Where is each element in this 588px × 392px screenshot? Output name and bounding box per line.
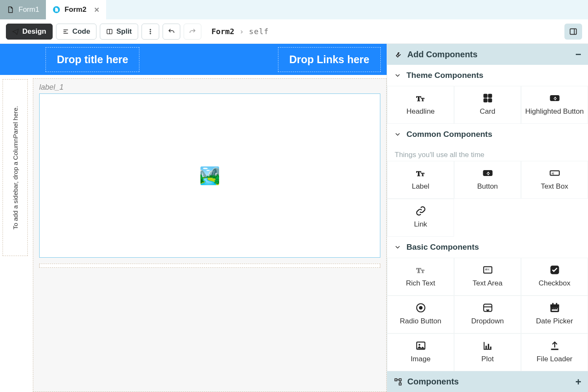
image-placeholder-icon: 🏞️: [199, 166, 220, 186]
chevron-down-icon: [394, 243, 401, 251]
comp-label-text: Plot: [481, 355, 494, 363]
tab-form2[interactable]: Form2 ✕: [46, 0, 106, 19]
theme-section-header[interactable]: Theme Components: [387, 65, 588, 86]
svg-rect-41: [395, 379, 397, 381]
components-tree-label: Components: [407, 377, 459, 387]
design-label: Design: [22, 27, 46, 36]
comp-checkbox[interactable]: Checkbox: [521, 258, 588, 296]
kebab-icon: [147, 28, 154, 35]
comp-label: Card: [480, 107, 495, 116]
svg-rect-34: [553, 308, 555, 309]
svg-text:T: T: [416, 267, 421, 275]
svg-point-17: [487, 173, 489, 175]
panel-icon: [569, 27, 577, 36]
add-components-label: Add Components: [407, 50, 478, 59]
upload-icon: [549, 340, 560, 351]
comp-label-text: Radio Button: [400, 317, 441, 325]
theme-grid: TT Headline Card Highlighted Button: [387, 86, 588, 124]
toggle-panel-button[interactable]: [564, 24, 582, 40]
row-dropzone[interactable]: [39, 264, 380, 268]
drop-links-zone[interactable]: Drop Links here: [278, 47, 381, 72]
svg-point-37: [418, 344, 420, 346]
textbox-icon: a|: [549, 168, 560, 179]
comp-label-text: Text Area: [473, 279, 502, 288]
components-scroll[interactable]: Theme Components TT Headline Card Highli…: [387, 65, 588, 371]
document-icon: [7, 6, 14, 13]
close-icon[interactable]: ✕: [94, 6, 99, 14]
svg-text:T: T: [421, 172, 425, 177]
svg-rect-39: [488, 344, 489, 349]
radio-icon: [415, 302, 426, 313]
headline-icon: TT: [415, 93, 426, 104]
svg-point-26: [419, 306, 422, 310]
code-button[interactable]: Code: [56, 24, 97, 40]
add-components-header[interactable]: Add Components −: [387, 44, 588, 65]
undo-button[interactable]: [163, 24, 180, 40]
common-section-label: Common Components: [406, 130, 492, 139]
svg-rect-10: [484, 99, 487, 102]
tab-form1[interactable]: Form1: [0, 0, 46, 19]
comp-richtext[interactable]: TT Rich Text: [387, 258, 454, 296]
common-section-header[interactable]: Common Components: [387, 124, 588, 145]
svg-rect-5: [570, 29, 577, 34]
comp-label[interactable]: TT Label: [387, 161, 454, 199]
label-icon: TT: [415, 168, 426, 179]
breadcrumb-self[interactable]: self: [249, 27, 269, 36]
tab-bar: Form1 Form2 ✕: [0, 0, 588, 19]
comp-label-text: Checkbox: [539, 279, 571, 288]
comp-button[interactable]: Button: [454, 161, 521, 199]
comp-highlighted-button[interactable]: Highlighted Button: [521, 86, 588, 124]
comp-label-text: Text Box: [541, 182, 568, 191]
comp-textbox[interactable]: a| Text Box: [521, 161, 588, 199]
breadcrumb-form[interactable]: Form2: [211, 27, 234, 36]
components-tree-header[interactable]: Components +: [387, 371, 588, 392]
undo-icon: [168, 28, 175, 35]
theme-section-label: Theme Components: [406, 71, 484, 80]
basic-section-header[interactable]: Basic Components: [387, 237, 588, 258]
svg-point-2: [150, 29, 151, 30]
comp-card[interactable]: Card: [454, 86, 521, 124]
svg-rect-9: [488, 94, 492, 98]
main-area: Drop title here Drop Links here To add a…: [0, 44, 588, 392]
svg-text:a|: a|: [551, 171, 554, 175]
svg-text:T: T: [421, 97, 425, 102]
image-component[interactable]: 🏞️: [39, 93, 380, 258]
comp-image[interactable]: Image: [387, 333, 454, 371]
comp-datepicker[interactable]: Date Picker: [521, 296, 588, 333]
comp-headline[interactable]: TT Headline: [387, 86, 454, 124]
label-component[interactable]: label_1: [33, 79, 386, 93]
comp-dropdown[interactable]: Dropdown: [454, 296, 521, 333]
wrench-icon: [394, 50, 402, 59]
tab-label: Form2: [64, 5, 86, 14]
svg-rect-38: [485, 346, 486, 349]
svg-text:T: T: [421, 269, 425, 274]
richtext-icon: TT: [415, 264, 426, 275]
svg-rect-30: [552, 303, 553, 305]
redo-icon: [189, 28, 196, 35]
comp-radio[interactable]: Radio Button: [387, 296, 454, 333]
comp-label-text: Button: [477, 182, 498, 191]
split-button[interactable]: Split: [100, 24, 138, 40]
button-icon: [549, 93, 560, 104]
more-button[interactable]: [142, 24, 159, 40]
comp-link[interactable]: Link: [387, 199, 454, 237]
expand-icon[interactable]: +: [575, 376, 581, 388]
sidebar-dropzone[interactable]: To add a sidebar, drop a ColumnPanel her…: [3, 79, 28, 256]
comp-label-text: File Loader: [537, 355, 572, 363]
svg-text:T: T: [416, 95, 421, 103]
comp-label-text: Image: [411, 355, 430, 363]
collapse-icon[interactable]: −: [575, 48, 581, 60]
svg-rect-29: [551, 304, 559, 307]
image-icon: [415, 340, 426, 351]
design-button[interactable]: Design: [6, 24, 53, 40]
canvas-body: To add a sidebar, drop a ColumnPanel her…: [0, 75, 387, 392]
list-icon: [62, 28, 69, 35]
redo-button[interactable]: [184, 24, 201, 40]
comp-fileloader[interactable]: File Loader: [521, 333, 588, 371]
comp-textarea[interactable]: abc Text Area: [454, 258, 521, 296]
content-panel[interactable]: label_1 🏞️: [33, 78, 387, 392]
comp-plot[interactable]: Plot: [454, 333, 521, 371]
components-panel: Add Components − Theme Components TT Hea…: [387, 44, 588, 392]
svg-text:abc: abc: [485, 268, 489, 271]
drop-title-zone[interactable]: Drop title here: [45, 47, 139, 72]
